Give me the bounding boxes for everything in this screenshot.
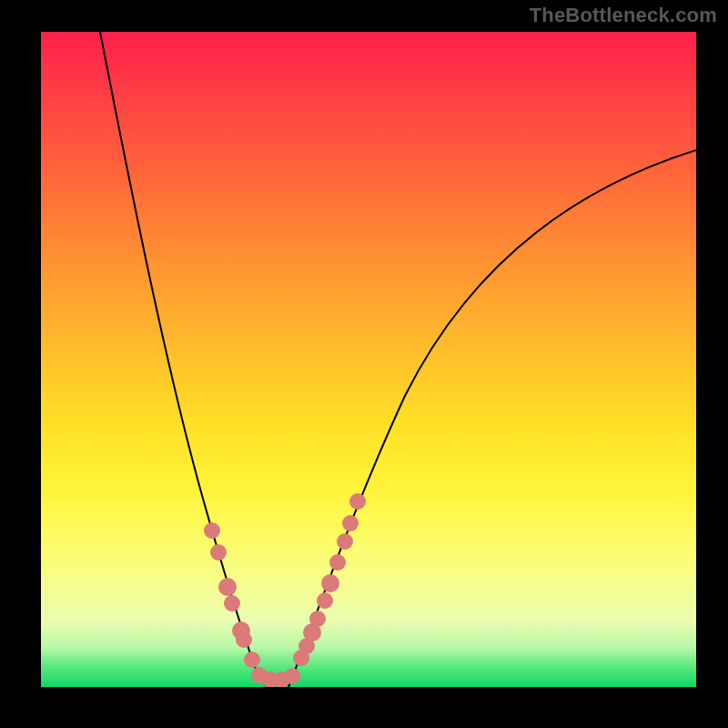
- watermark-text: TheBottleneck.com: [530, 4, 717, 27]
- chart-svg: [41, 32, 696, 687]
- curve-left: [100, 32, 267, 687]
- svg-point-15: [317, 592, 333, 609]
- svg-point-20: [349, 493, 366, 510]
- data-points: [204, 493, 366, 687]
- svg-point-19: [342, 515, 359, 531]
- plot-area: [41, 32, 696, 687]
- svg-point-14: [309, 611, 326, 627]
- svg-point-3: [224, 595, 240, 612]
- chart-container: TheBottleneck.com: [0, 0, 728, 728]
- svg-point-10: [284, 668, 300, 684]
- svg-point-5: [236, 632, 252, 648]
- svg-point-16: [321, 574, 339, 592]
- svg-point-6: [244, 652, 260, 668]
- svg-point-18: [337, 533, 353, 550]
- svg-point-17: [329, 554, 346, 571]
- curve-right: [288, 150, 696, 687]
- svg-point-2: [218, 578, 237, 596]
- svg-point-1: [210, 544, 227, 561]
- svg-point-0: [204, 522, 220, 539]
